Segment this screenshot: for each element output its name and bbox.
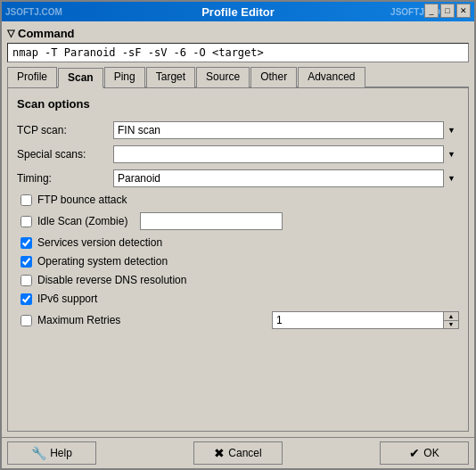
ipv6-label: IPv6 support bbox=[37, 293, 97, 305]
tab-scan[interactable]: Scan bbox=[58, 68, 103, 88]
collapse-arrow-icon[interactable]: ▽ bbox=[7, 28, 14, 39]
tab-other[interactable]: Other bbox=[250, 67, 297, 87]
special-scans-select[interactable]: UDP scan IP protocol scan FTP bounce sca… bbox=[113, 145, 459, 163]
close-button[interactable]: ✕ bbox=[456, 4, 471, 18]
ftp-bounce-row: FTP bounce attack bbox=[17, 194, 459, 206]
timing-label: Timing: bbox=[17, 172, 106, 185]
os-detection-row: Operating system detection bbox=[17, 255, 459, 268]
tabs-container: Profile Scan Ping Target Source Other Ad… bbox=[7, 66, 469, 432]
timing-row: Timing: Paranoid Sneaky Polite Normal Ag… bbox=[17, 169, 459, 187]
maximize-button[interactable]: □ bbox=[440, 4, 455, 18]
timing-select[interactable]: Paranoid Sneaky Polite Normal Aggressive… bbox=[113, 169, 459, 187]
disable-dns-checkbox[interactable] bbox=[21, 275, 32, 286]
max-retries-input-wrapper: ▲ ▼ bbox=[272, 311, 459, 329]
ipv6-row: IPv6 support bbox=[17, 293, 459, 305]
ftp-bounce-label: FTP bounce attack bbox=[37, 194, 127, 206]
window-title: Profile Editor bbox=[201, 5, 275, 19]
ok-button[interactable]: ✔ OK bbox=[380, 441, 469, 465]
tcp-scan-label: TCP scan: bbox=[17, 124, 106, 136]
ok-icon: ✔ bbox=[409, 446, 420, 460]
command-label: Command bbox=[18, 27, 75, 40]
max-retries-checkbox[interactable] bbox=[21, 315, 32, 326]
tab-profile[interactable]: Profile bbox=[7, 67, 57, 87]
services-version-label: Services version detection bbox=[37, 236, 162, 249]
idle-scan-group: Idle Scan (Zombie) bbox=[21, 215, 127, 227]
special-scans-label: Special scans: bbox=[17, 148, 106, 161]
special-scans-select-wrapper: UDP scan IP protocol scan FTP bounce sca… bbox=[113, 145, 459, 163]
titlebar-buttons: _ □ ✕ bbox=[424, 4, 471, 18]
scan-options-title: Scan options bbox=[17, 97, 459, 111]
tcp-scan-row: TCP scan: FIN scan SYN scan Connect scan… bbox=[17, 121, 459, 139]
tcp-scan-select-wrapper: FIN scan SYN scan Connect scan ACK scan … bbox=[113, 121, 459, 139]
services-version-checkbox[interactable] bbox=[21, 237, 32, 249]
help-label: Help bbox=[50, 447, 72, 459]
watermark-left: JSOFTJ.COM bbox=[5, 7, 62, 17]
max-retries-row: Maximum Retries ▲ ▼ bbox=[17, 311, 459, 329]
command-section: ▽ Command bbox=[7, 27, 469, 62]
max-retries-input[interactable] bbox=[272, 311, 443, 329]
idle-scan-label: Idle Scan (Zombie) bbox=[37, 215, 127, 227]
minimize-button[interactable]: _ bbox=[424, 4, 439, 18]
disable-dns-row: Disable reverse DNS resolution bbox=[17, 274, 459, 286]
help-icon: 🔧 bbox=[31, 446, 46, 460]
max-retries-up-button[interactable]: ▲ bbox=[444, 312, 458, 321]
scan-options-area: TCP scan: FIN scan SYN scan Connect scan… bbox=[17, 121, 459, 422]
tab-target[interactable]: Target bbox=[146, 67, 195, 87]
cancel-icon: ✖ bbox=[214, 446, 225, 460]
special-scans-row: Special scans: UDP scan IP protocol scan… bbox=[17, 145, 459, 163]
services-version-row: Services version detection bbox=[17, 236, 459, 249]
idle-scan-checkbox[interactable] bbox=[21, 216, 32, 227]
scan-tab-content: Scan options TCP scan: FIN scan SYN scan… bbox=[7, 88, 469, 432]
idle-scan-input[interactable] bbox=[140, 212, 283, 230]
os-detection-label: Operating system detection bbox=[37, 255, 168, 268]
timing-select-wrapper: Paranoid Sneaky Polite Normal Aggressive… bbox=[113, 169, 459, 187]
os-detection-checkbox[interactable] bbox=[21, 256, 32, 268]
command-header: ▽ Command bbox=[7, 27, 469, 40]
max-retries-label: Maximum Retries bbox=[37, 314, 120, 326]
idle-scan-row: Idle Scan (Zombie) bbox=[17, 212, 459, 230]
tab-bar: Profile Scan Ping Target Source Other Ad… bbox=[7, 66, 469, 88]
main-window: JSOFTJ.COM Profile Editor JSOFTJ.COM _ □… bbox=[0, 0, 476, 470]
disable-dns-label: Disable reverse DNS resolution bbox=[37, 274, 186, 286]
footer: 🔧 Help ✖ Cancel ✔ OK bbox=[2, 437, 474, 468]
help-button[interactable]: 🔧 Help bbox=[7, 441, 96, 465]
tab-source[interactable]: Source bbox=[196, 67, 250, 87]
tcp-scan-select[interactable]: FIN scan SYN scan Connect scan ACK scan … bbox=[113, 121, 459, 139]
ftp-bounce-checkbox[interactable] bbox=[21, 194, 32, 206]
ok-label: OK bbox=[423, 447, 439, 459]
max-retries-down-button[interactable]: ▼ bbox=[444, 321, 458, 329]
tab-ping[interactable]: Ping bbox=[104, 67, 145, 87]
ipv6-checkbox[interactable] bbox=[21, 293, 32, 305]
titlebar: JSOFTJ.COM Profile Editor JSOFTJ.COM _ □… bbox=[2, 2, 474, 21]
command-input[interactable] bbox=[7, 43, 469, 62]
cancel-button[interactable]: ✖ Cancel bbox=[193, 441, 283, 465]
window-body: ▽ Command Profile Scan Ping Target Sourc… bbox=[2, 21, 474, 437]
cancel-label: Cancel bbox=[228, 447, 261, 459]
tab-advanced[interactable]: Advanced bbox=[298, 67, 365, 87]
max-retries-spinner: ▲ ▼ bbox=[443, 311, 459, 329]
